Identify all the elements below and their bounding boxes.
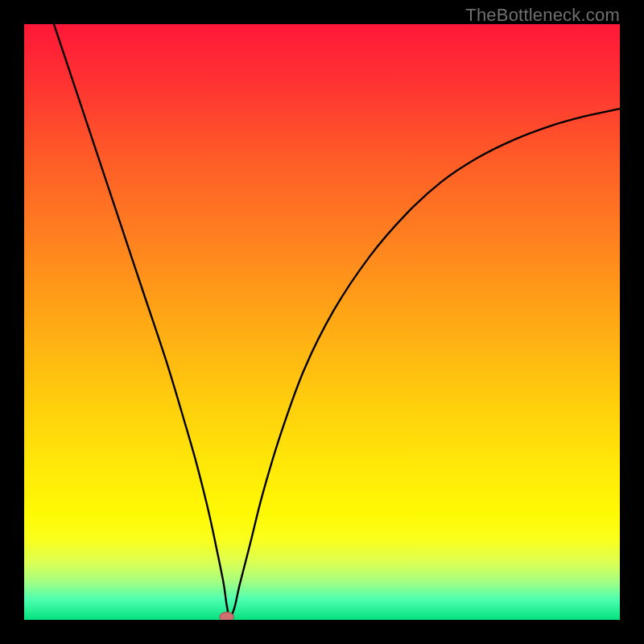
chart-plot-area	[24, 24, 620, 620]
minimum-marker	[220, 612, 234, 620]
gradient-background	[24, 24, 620, 620]
watermark-text: TheBottleneck.com	[465, 5, 620, 26]
chart-frame: TheBottleneck.com	[0, 0, 644, 644]
chart-svg	[24, 24, 620, 620]
